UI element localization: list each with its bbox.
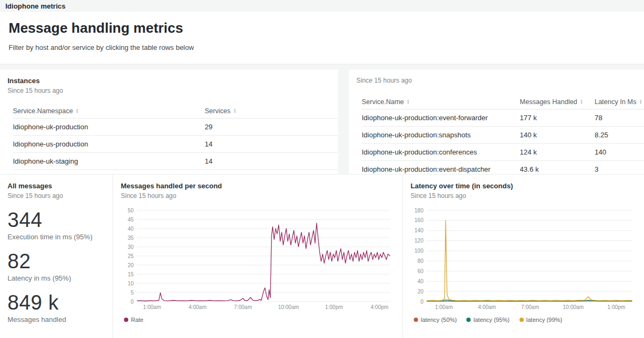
cell-services-count: 29 — [205, 118, 338, 135]
page-title: Message handling metrics — [9, 20, 635, 36]
all-messages-panel: All messages Since 15 hours ago 344 Exec… — [0, 175, 112, 338]
svg-text:160: 160 — [414, 217, 423, 223]
table-row[interactable]: Idiophone-uk-production 29 — [13, 118, 338, 135]
svg-text:0: 0 — [130, 299, 134, 305]
table-row[interactable]: Idiophone-uk-production:snapshots 140 k … — [362, 126, 644, 143]
cell-namespace: Idiophone-us-production — [13, 135, 205, 152]
sort-icon: ▲▼ — [233, 108, 236, 114]
chart-legend: latency (50%)latency (95%)latency (99%) — [411, 317, 636, 323]
sort-icon: ▲▼ — [639, 99, 642, 105]
legend-item[interactable]: latency (50%) — [414, 317, 457, 323]
chart-legend: Rate — [121, 317, 394, 323]
svg-text:10: 10 — [128, 281, 134, 286]
legend-item[interactable]: latency (95%) — [466, 317, 509, 323]
table-row[interactable]: Idiophone-us-production 14 — [13, 135, 338, 152]
cell-services-count: 14 — [205, 152, 338, 170]
cell-latency: 3 — [595, 160, 644, 174]
svg-text:0: 0 — [420, 299, 423, 305]
cell-latency: 8.25 — [595, 126, 644, 143]
stat-execution-time: 344 Execution time in ms (95%) — [8, 210, 105, 241]
services-panel: Since 15 hours ago Service.Name▲▼ Messag… — [349, 70, 644, 174]
table-row[interactable]: Idiophone-uk-production:conferences 124 … — [362, 143, 644, 160]
svg-text:140: 140 — [414, 227, 423, 233]
column-header-service-name[interactable]: Service.Name▲▼ — [362, 95, 520, 109]
services-table-header-row: Service.Name▲▼ Messages Handled▲▼ Latenc… — [362, 95, 644, 109]
messages-per-second-panel: Messages handled per second Since 15 hou… — [113, 175, 402, 338]
svg-text:20: 20 — [128, 262, 134, 268]
svg-text:5: 5 — [130, 290, 134, 296]
cell-messages-handled: 43.6 k — [520, 160, 595, 174]
stat-value: 344 — [8, 210, 105, 231]
cell-messages-handled: 140 k — [520, 126, 595, 143]
column-header-service-namespace[interactable]: Service.Namespace▲▼ — [13, 104, 205, 118]
legend-label: latency (95%) — [473, 317, 509, 323]
svg-text:45: 45 — [128, 217, 134, 223]
stat-value: 82 — [8, 251, 105, 273]
services-panel-timerange: Since 15 hours ago — [349, 77, 644, 84]
svg-text:15: 15 — [128, 271, 134, 277]
legend-dot-icon — [124, 318, 128, 322]
top-panels-row: Instances Since 15 hours ago Service.Nam… — [0, 70, 644, 174]
column-header-services[interactable]: Services▲▼ — [205, 104, 338, 118]
legend-label: latency (99%) — [526, 317, 562, 323]
bottom-panels-row: All messages Since 15 hours ago 344 Exec… — [0, 175, 644, 338]
stat-messages-handled: 849 k Messages handled — [8, 292, 105, 324]
instances-panel-timerange: Since 15 hours ago — [0, 87, 338, 94]
svg-text:40: 40 — [418, 278, 424, 284]
svg-text:35: 35 — [128, 235, 134, 241]
svg-text:1:00pm: 1:00pm — [608, 304, 625, 310]
legend-label: latency (50%) — [421, 317, 457, 323]
table-row-partial[interactable]: Idiophone-uk-production:event-dispatcher… — [362, 160, 644, 174]
chart-timerange: Since 15 hours ago — [411, 192, 636, 200]
cell-namespace: Idiophone-uk-staging — [13, 152, 205, 170]
instances-table: Service.Namespace▲▼ Services▲▼ Idiophone… — [13, 104, 338, 170]
legend-dot-icon — [519, 318, 524, 322]
svg-text:4:00pm: 4:00pm — [371, 304, 389, 310]
table-row[interactable]: Idiophone-uk-staging 14 — [13, 152, 338, 170]
legend-dot-icon — [414, 318, 418, 322]
svg-text:80: 80 — [418, 258, 424, 264]
instances-table-header-row: Service.Namespace▲▼ Services▲▼ — [13, 104, 338, 118]
all-messages-title: All messages — [8, 182, 105, 190]
cell-service-name: Idiophone-uk-production:event-forwarder — [362, 109, 520, 126]
svg-text:4:00am: 4:00am — [478, 304, 496, 310]
rate-line-chart[interactable]: 051015202530354045501:00am4:00am7:00am10… — [121, 206, 394, 311]
sort-icon: ▲▼ — [580, 99, 583, 105]
svg-text:7:00am: 7:00am — [521, 304, 539, 310]
cell-service-name: Idiophone-uk-production:conferences — [362, 143, 520, 160]
instances-panel: Instances Since 15 hours ago Service.Nam… — [0, 70, 338, 174]
cell-service-name: Idiophone-uk-production:event-dispatcher — [362, 160, 520, 174]
svg-text:25: 25 — [128, 253, 134, 259]
cell-messages-handled: 124 k — [520, 143, 595, 160]
sort-icon: ▲▼ — [407, 99, 410, 105]
svg-text:180: 180 — [414, 208, 423, 214]
window-title-text: Idiophone metrics — [5, 2, 65, 10]
window-title: Idiophone metrics — [0, 0, 644, 12]
sort-icon: ▲▼ — [76, 108, 79, 114]
legend-item[interactable]: latency (99%) — [519, 317, 562, 323]
svg-text:50: 50 — [128, 208, 134, 214]
column-header-messages-handled[interactable]: Messages Handled▲▼ — [520, 95, 595, 109]
column-header-latency-in-ms[interactable]: Latency In Ms▲▼ — [595, 95, 644, 109]
stat-label: Execution time in ms (95%) — [8, 233, 105, 241]
cell-latency: 140 — [595, 143, 644, 160]
svg-text:30: 30 — [128, 244, 134, 250]
cell-messages-handled: 177 k — [520, 109, 595, 126]
cell-namespace: Idiophone-uk-production — [13, 118, 205, 135]
stat-value: 849 k — [8, 292, 105, 314]
svg-text:1:00am: 1:00am — [435, 304, 452, 310]
legend-label: Rate — [131, 317, 143, 323]
svg-text:1:00am: 1:00am — [143, 304, 161, 310]
table-row[interactable]: Idiophone-uk-production:event-forwarder … — [362, 109, 644, 126]
stat-label: Latency in ms (95%) — [8, 274, 105, 282]
legend-item[interactable]: Rate — [124, 317, 143, 323]
chart-timerange: Since 15 hours ago — [121, 192, 394, 200]
latency-over-time-panel: Latency over time (in seconds) Since 15 … — [403, 175, 644, 338]
chart-title: Messages handled per second — [121, 182, 394, 190]
svg-text:40: 40 — [128, 226, 134, 232]
svg-text:4:00am: 4:00am — [188, 304, 206, 310]
svg-text:100: 100 — [414, 248, 423, 254]
cell-services-count: 14 — [205, 135, 338, 152]
chart-title: Latency over time (in seconds) — [411, 182, 636, 190]
latency-line-chart[interactable]: 0204060801001201401601801:00am4:00am7:00… — [411, 206, 636, 311]
